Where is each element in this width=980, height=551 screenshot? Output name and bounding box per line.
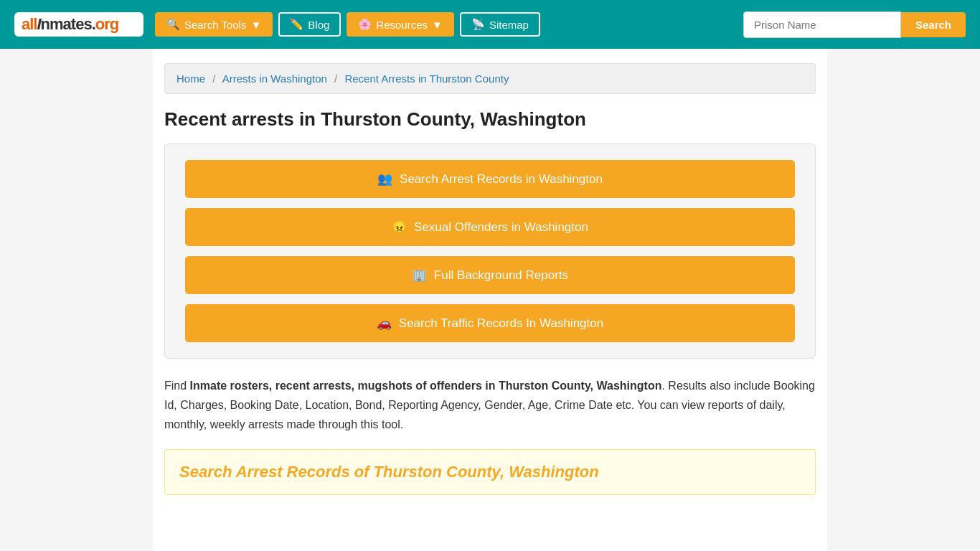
search-tools-button[interactable]: 🔍 Search Tools ▼: [155, 12, 273, 37]
search-arrests-icon: 👥: [377, 171, 392, 187]
breadcrumb-arrests-washington[interactable]: Arrests in Washington: [222, 72, 327, 85]
blog-button[interactable]: ✏️ Blog: [278, 12, 341, 37]
description-prefix: Find: [164, 380, 190, 392]
action-buttons-container: 👥 Search Arrest Records in Washington 😠 …: [164, 143, 816, 359]
breadcrumb-current: Recent Arrests in Thurston County: [344, 72, 509, 85]
breadcrumb-home[interactable]: Home: [176, 72, 205, 85]
sitemap-label: Sitemap: [489, 19, 529, 31]
search-arrests-button[interactable]: 👥 Search Arrest Records in Washington: [185, 160, 795, 198]
search-tools-icon: 🔍: [166, 18, 180, 31]
breadcrumb-sep-2: /: [334, 72, 337, 85]
search-button-label: Search: [915, 19, 951, 31]
search-tools-chevron-icon: ▼: [250, 19, 261, 31]
logo[interactable]: allInmates.org: [14, 12, 143, 37]
main-content: Home / Arrests in Washington / Recent Ar…: [153, 49, 827, 551]
traffic-records-button[interactable]: 🚗 Search Traffic Records In Washington: [185, 304, 795, 342]
header: allInmates.org 🔍 Search Tools ▼ ✏️ Blog …: [0, 0, 980, 49]
breadcrumb-sep-1: /: [212, 72, 215, 85]
sitemap-button[interactable]: 📡 Sitemap: [460, 12, 540, 37]
resources-icon: 🌸: [358, 18, 372, 31]
description: Find Inmate rosters, recent arrests, mug…: [164, 376, 816, 435]
header-search: Search: [743, 11, 966, 38]
sexual-offenders-button[interactable]: 😠 Sexual Offenders in Washington: [185, 208, 795, 246]
search-tools-label: Search Tools: [184, 19, 246, 31]
blog-label: Blog: [308, 19, 329, 31]
traffic-records-label: Search Traffic Records In Washington: [399, 316, 603, 331]
main-nav: 🔍 Search Tools ▼ ✏️ Blog 🌸 Resources ▼ 📡…: [155, 12, 732, 37]
resources-button[interactable]: 🌸 Resources ▼: [347, 12, 454, 37]
logo-text: allInmates.org: [22, 15, 118, 34]
blog-icon: ✏️: [290, 18, 303, 31]
background-reports-icon: 🏢: [412, 268, 427, 283]
prison-search-button[interactable]: Search: [901, 12, 966, 37]
sexual-offenders-label: Sexual Offenders in Washington: [414, 220, 588, 235]
description-bold: Inmate rosters, recent arrests, mugshots…: [190, 380, 662, 392]
sexual-offenders-icon: 😠: [392, 220, 407, 235]
section-box: Search Arrest Records of Thurston County…: [164, 449, 816, 495]
background-reports-button[interactable]: 🏢 Full Background Reports: [185, 256, 795, 294]
resources-label: Resources: [376, 19, 428, 31]
search-arrests-label: Search Arrest Records in Washington: [400, 172, 603, 187]
resources-chevron-icon: ▼: [432, 19, 443, 31]
breadcrumb: Home / Arrests in Washington / Recent Ar…: [164, 63, 816, 94]
sitemap-icon: 📡: [471, 18, 485, 31]
background-reports-label: Full Background Reports: [434, 268, 568, 283]
page-title: Recent arrests in Thurston County, Washi…: [164, 108, 816, 131]
traffic-records-icon: 🚗: [377, 316, 392, 331]
prison-search-input[interactable]: [743, 11, 901, 38]
section-title: Search Arrest Records of Thurston County…: [179, 463, 801, 481]
